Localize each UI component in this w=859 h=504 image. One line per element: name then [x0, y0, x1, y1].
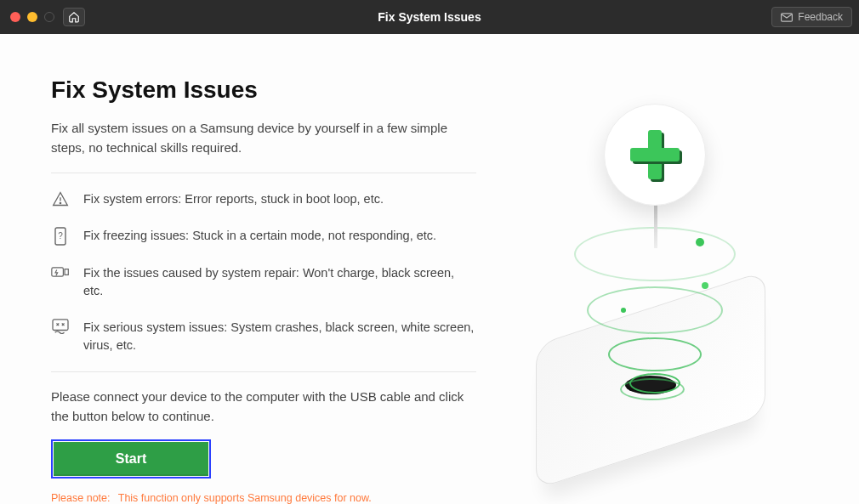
feature-item: Fix serious system issues: System crashe… [51, 319, 476, 354]
plus-badge [604, 104, 706, 206]
svg-rect-5 [52, 268, 64, 276]
page-title: Fix System Issues [51, 76, 476, 104]
svg-point-2 [60, 202, 60, 203]
illustration [493, 76, 816, 504]
home-button[interactable] [63, 8, 85, 26]
maximize-window-button[interactable] [44, 12, 54, 22]
footnote: Please note: This function only supports… [51, 492, 476, 504]
feature-list: Fix system errors: Error reports, stuck … [51, 173, 476, 372]
home-icon [68, 11, 80, 23]
feature-item: Fix system errors: Error reports, stuck … [51, 190, 476, 208]
feature-item: ? Fix freezing issues: Stuck in a certai… [51, 227, 476, 246]
mail-icon [781, 13, 793, 22]
feature-text: Fix the issues caused by system repair: … [83, 264, 476, 300]
close-window-button[interactable] [10, 12, 20, 22]
feature-text: Fix serious system issues: System crashe… [83, 319, 476, 354]
feature-text: Fix system errors: Error reports, stuck … [83, 190, 384, 208]
feature-item: Fix the issues caused by system repair: … [51, 264, 476, 300]
feature-text: Fix freezing issues: Stuck in a certain … [83, 227, 436, 245]
crash-icon [52, 319, 69, 334]
start-button[interactable]: Start [54, 442, 208, 476]
particle-dot [621, 308, 626, 313]
minimize-window-button[interactable] [27, 12, 37, 22]
particle-dot [702, 282, 708, 289]
window-title: Fix System Issues [378, 10, 481, 24]
lead-text: Fix all system issues on a Samsung devic… [51, 119, 476, 173]
warning-icon [52, 190, 69, 207]
plus-icon [630, 130, 680, 179]
instruction-text: Please connect your device to the comput… [51, 372, 476, 439]
feedback-button[interactable]: Feedback [771, 7, 852, 27]
svg-rect-6 [53, 320, 68, 331]
particle-dot [696, 238, 704, 246]
title-bar: Fix System Issues Feedback [0, 0, 859, 34]
svg-text:?: ? [58, 231, 63, 241]
battery-phone-icon [51, 264, 70, 280]
window-controls [10, 12, 54, 22]
footnote-label: Please note: [51, 492, 111, 504]
footnote-text: This function only supports Samsung devi… [118, 492, 372, 504]
phone-question-icon: ? [54, 227, 67, 246]
feedback-label: Feedback [798, 11, 843, 23]
start-button-highlight: Start [51, 439, 211, 479]
signal-rings [574, 227, 736, 439]
